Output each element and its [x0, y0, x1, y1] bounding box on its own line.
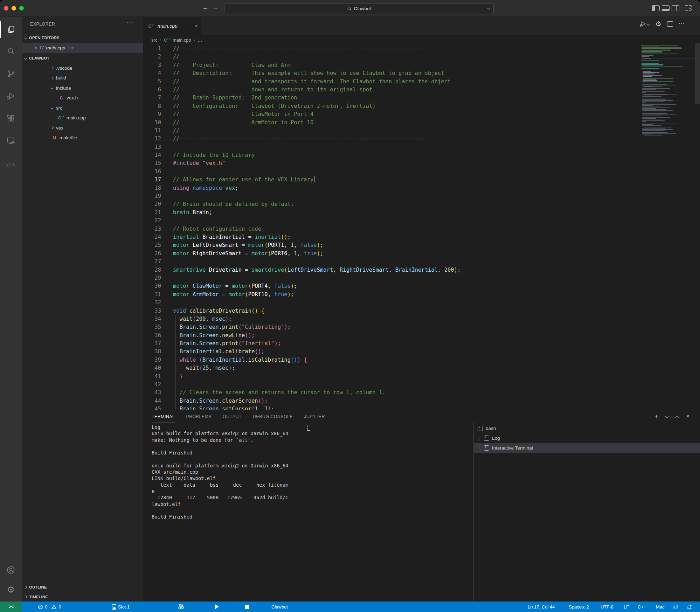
code-line-30[interactable]: 30motor ClawMotor = motor(PORT4, false); — [143, 282, 695, 290]
code-line-5[interactable]: 5// and transports it forward. The Clawb… — [143, 78, 695, 86]
vex-extension-icon[interactable]: V≡XROBOTICS — [0, 157, 22, 174]
split-editor-icon[interactable] — [667, 21, 673, 27]
customize-layout-icon[interactable] — [685, 5, 692, 12]
os-target-status[interactable]: Mac — [656, 601, 665, 612]
code-line-28[interactable]: 28smartdrive Drivetrain = smartdrive(Lef… — [143, 266, 695, 274]
code-line-4[interactable]: 4// Description: This example will show … — [143, 69, 695, 77]
breadcrumb-item[interactable]: src — [151, 37, 157, 43]
tree-item-build[interactable]: build — [22, 73, 143, 83]
editor-scrollbar[interactable] — [695, 43, 700, 104]
code-line-33[interactable]: 33void calibrateDrivetrain() { — [143, 307, 695, 315]
panel-tab-debug-console[interactable]: DEBUG CONSOLE — [253, 410, 293, 423]
timeline-section-header[interactable]: TIMELINE — [22, 592, 143, 601]
code-line-39[interactable]: 39 while (BrainInertial.isCalibrating())… — [143, 356, 695, 364]
breadcrumb-item[interactable]: main.cpp — [173, 37, 191, 43]
problems-status[interactable]: 0 0 — [38, 601, 61, 612]
run-program-button[interactable] — [215, 601, 219, 612]
code-line-20[interactable]: 20// Brain should be defined by default — [143, 200, 695, 208]
manage-gear-icon[interactable]: ⚙ — [655, 20, 661, 28]
code-line-42[interactable]: 42 — [143, 381, 695, 389]
stop-program-button[interactable] — [245, 601, 249, 612]
project-status[interactable]: Clawbot — [271, 601, 288, 612]
code-line-24[interactable]: 24inertial BrainInertial = inertial(); — [143, 233, 695, 241]
vex-device-status[interactable] — [178, 601, 185, 612]
code-line-6[interactable]: 6// down and returns to its original spo… — [143, 86, 695, 94]
code-line-23[interactable]: 23// Robot configuration code. — [143, 225, 695, 233]
search-view-icon[interactable] — [0, 43, 22, 60]
explorer-icon[interactable] — [0, 21, 22, 38]
code-line-8[interactable]: 8// Configuration: Clawbot (Drivetrain 2… — [143, 102, 695, 110]
code-line-43[interactable]: 43 // Clears the screen and returns the … — [143, 389, 695, 397]
project-section-header[interactable]: CLAWBOT — [22, 53, 143, 63]
code-line-9[interactable]: 9// ClawMotor in Port 4 — [143, 110, 695, 118]
tree-item-src[interactable]: src — [22, 103, 143, 113]
code-line-1[interactable]: 1//-------------------------------------… — [143, 45, 695, 53]
tree-item-include[interactable]: include — [22, 83, 143, 93]
code-line-40[interactable]: 40 wait(25, msec); — [143, 364, 695, 372]
terminal-output[interactable]: Logunix build for platform vexiq2 on Dar… — [152, 424, 297, 520]
toggle-panel-icon[interactable] — [662, 5, 670, 11]
zoom-window-button[interactable] — [19, 6, 24, 11]
terminal-list-item-bash[interactable]: bash — [473, 423, 700, 433]
code-line-26[interactable]: 26motor RightDriveSmart = motor(PORT6, 1… — [143, 250, 695, 258]
cursor-position-status[interactable]: Ln 17, Col 44 — [528, 601, 555, 612]
indentation-status[interactable]: Spaces: 2 — [569, 601, 589, 612]
code-line-2[interactable]: 2// — [143, 53, 695, 61]
terminal-split-divider[interactable] — [297, 422, 297, 601]
run-debug-icon[interactable] — [0, 88, 22, 104]
open-editors-header[interactable]: OPEN EDITORS — [22, 33, 143, 43]
panel-tab-output[interactable]: OUTPUT — [223, 410, 242, 423]
notifications-status[interactable] — [686, 601, 692, 612]
code-line-44[interactable]: 44 Brain.Screen.clearScreen(); — [143, 397, 695, 405]
code-editor[interactable]: 1//-------------------------------------… — [143, 45, 695, 410]
terminal-list-item-interactive-terminal[interactable]: └Interactive Terminal — [473, 443, 700, 453]
code-line-34[interactable]: 34 wait(200, msec); — [143, 315, 695, 323]
encoding-status[interactable]: UTF-8 — [601, 601, 614, 612]
code-line-18[interactable]: 18using namespace vex; — [143, 184, 695, 192]
settings-gear-icon[interactable]: ⚙ — [0, 581, 22, 598]
code-line-17[interactable]: 17// Allows for easier use of the VEX Li… — [143, 176, 695, 184]
close-tab-icon[interactable]: × — [195, 23, 198, 29]
code-line-35[interactable]: 35 Brain.Screen.print("Calibrating"); — [143, 323, 695, 331]
breadcrumb[interactable]: src›C++main.cpp›… — [143, 35, 700, 45]
new-terminal-icon[interactable]: + — [654, 413, 658, 420]
extensions-icon[interactable] — [0, 110, 22, 127]
minimap[interactable] — [642, 45, 695, 185]
slot-status[interactable]: Slot 1 — [112, 601, 130, 612]
minimize-window-button[interactable] — [12, 6, 16, 11]
language-mode-status[interactable]: C++ — [638, 601, 646, 612]
feedback-status[interactable] — [672, 601, 678, 612]
code-line-12[interactable]: 12//------------------------------------… — [143, 135, 695, 143]
outline-section-header[interactable]: OUTLINE — [22, 582, 143, 592]
code-line-3[interactable]: 3// Project: Claw and Arm — [143, 61, 695, 69]
more-actions-icon[interactable]: ··· — [679, 21, 685, 27]
terminal-list-item-log[interactable]: ┌Log — [473, 433, 700, 443]
eol-status[interactable]: LF — [624, 601, 629, 612]
code-line-19[interactable]: 19 — [143, 192, 695, 200]
tree-item--vscode[interactable]: .vscode — [22, 63, 143, 73]
panel-tab-terminal[interactable]: TERMINAL — [152, 410, 175, 423]
tab-main-cpp[interactable]: C++ main.cpp × — [143, 17, 202, 35]
code-line-29[interactable]: 29 — [143, 274, 695, 282]
source-control-icon[interactable] — [0, 65, 22, 82]
terminal-picker-chevron-icon[interactable] — [665, 415, 669, 418]
sidebar-more-actions-icon[interactable]: ··· — [127, 20, 133, 26]
close-editor-icon[interactable]: × — [34, 45, 37, 50]
tree-item-makefile[interactable]: Mmakefile — [22, 133, 143, 143]
close-window-button[interactable] — [4, 6, 8, 11]
code-line-27[interactable]: 27 — [143, 258, 695, 266]
code-line-31[interactable]: 31motor ArmMotor = motor(PORT10, true); — [143, 291, 695, 299]
open-editor-item-main-cpp[interactable]: × C++ main.cpp src — [22, 43, 143, 53]
code-line-38[interactable]: 38 BrainInertial.calibrate(); — [143, 348, 695, 356]
code-line-14[interactable]: 14// Include the IQ Library — [143, 151, 695, 159]
code-line-11[interactable]: 11// — [143, 127, 695, 135]
panel-tab-problems[interactable]: PROBLEMS — [186, 410, 212, 423]
close-panel-icon[interactable]: × — [686, 413, 689, 420]
remote-explorer-icon[interactable] — [0, 132, 22, 149]
code-line-25[interactable]: 25motor LeftDriveSmart = motor(PORT1, 1,… — [143, 241, 695, 249]
panel-tab-jupyter[interactable]: JUPYTER — [304, 410, 325, 423]
code-line-45[interactable]: 45 Brain.Screen.setCursor(1, 1); — [143, 405, 695, 410]
tree-item-main-cpp[interactable]: C++main.cpp — [22, 113, 143, 123]
code-line-15[interactable]: 15#include "vex.h" — [143, 159, 695, 167]
nav-back-icon[interactable]: ← — [202, 4, 208, 11]
